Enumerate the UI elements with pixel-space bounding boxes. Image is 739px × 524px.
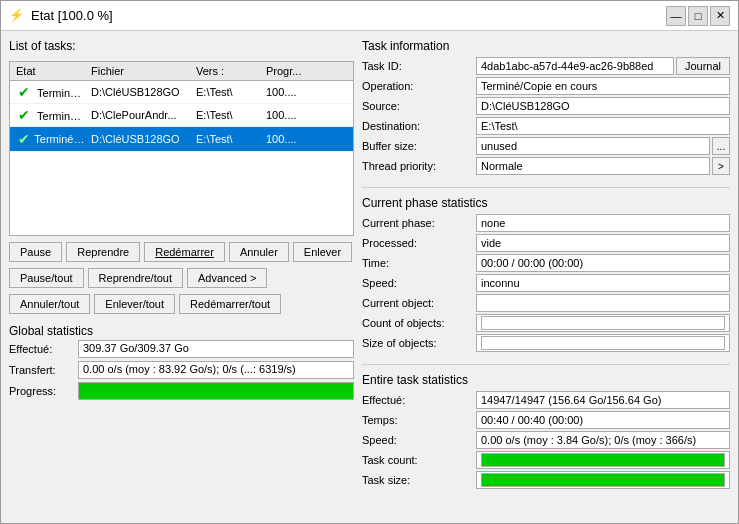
task-list: Etat Fichier Vers : Progr... ✔ Terminé/C… <box>9 61 354 236</box>
row2-file: D:\ClePourAndr... <box>89 108 194 122</box>
current-phase-value: none <box>476 214 730 232</box>
thread-more-button[interactable]: > <box>712 157 730 175</box>
main-content: List of tasks: Etat Fichier Vers : Progr… <box>1 31 738 523</box>
count-objects-label: Count of objects: <box>362 317 472 329</box>
entire-task-title: Entire task statistics <box>362 373 730 387</box>
current-phase-title: Current phase statistics <box>362 196 730 210</box>
size-objects-progress <box>481 336 725 350</box>
col-header-vers: Vers : <box>194 64 264 78</box>
speed-value: inconnu <box>476 274 730 292</box>
row1-dest: E:\Test\ <box>194 85 264 99</box>
main-window: ⚡ Etat [100.0 %] — □ ✕ List of tasks: Et… <box>0 0 739 524</box>
time-value: 00:00 / 00:00 (00:00) <box>476 254 730 272</box>
tasks-section-label: List of tasks: <box>9 39 354 53</box>
current-phase-table: Current phase: none Processed: vide Time… <box>362 214 730 352</box>
buffer-row: Buffer size: unused ... <box>362 137 730 155</box>
redemarrer-tout-button[interactable]: Redémarrer/tout <box>179 294 281 314</box>
size-objects-label: Size of objects: <box>362 337 472 349</box>
thread-value-group: Normale > <box>476 157 730 175</box>
speed-row: Speed: inconnu <box>362 274 730 292</box>
task-count-label: Task count: <box>362 454 472 466</box>
col-header-fichier: Fichier <box>89 64 194 78</box>
entire-speed-label: Speed: <box>362 434 472 446</box>
count-objects-progress <box>481 316 725 330</box>
thread-row: Thread priority: Normale > <box>362 157 730 175</box>
action-buttons-row1: Pause Reprendre Redémarrer Annuler Enlev… <box>9 242 354 262</box>
pause-tout-button[interactable]: Pause/tout <box>9 268 84 288</box>
minimize-button[interactable]: — <box>666 6 686 26</box>
time-label: Time: <box>362 257 472 269</box>
bulk-buttons-row1: Pause/tout Reprendre/tout Advanced > <box>9 268 354 288</box>
source-row: Source: D:\CléUSB128GO <box>362 97 730 115</box>
processed-label: Processed: <box>362 237 472 249</box>
advanced-button[interactable]: Advanced > <box>187 268 267 288</box>
task-info-section: Task information Task ID: 4dab1abc-a57d-… <box>362 39 730 175</box>
annuler-button[interactable]: Annuler <box>229 242 289 262</box>
entire-effectue-label: Effectué: <box>362 394 472 406</box>
current-object-value <box>476 294 730 312</box>
buffer-more-button[interactable]: ... <box>712 137 730 155</box>
speed-label: Speed: <box>362 277 472 289</box>
redemarrer-button[interactable]: Redémarrer <box>144 242 225 262</box>
task-info-title: Task information <box>362 39 730 53</box>
processed-value: vide <box>476 234 730 252</box>
annuler-tout-button[interactable]: Annuler/tout <box>9 294 90 314</box>
left-panel: List of tasks: Etat Fichier Vers : Progr… <box>9 39 354 515</box>
current-object-label: Current object: <box>362 297 472 309</box>
global-progress-bar <box>78 382 354 400</box>
enlever-button[interactable]: Enlever <box>293 242 352 262</box>
task-info-table: Task ID: 4dab1abc-a57d-44e9-ac26-9b88ed … <box>362 57 730 175</box>
check-icon: ✔ <box>16 130 30 148</box>
row3-file: D:\CléUSB128GO <box>89 132 194 146</box>
entire-speed-value: 0.00 o/s (moy : 3.84 Go/s); 0/s (moy : 3… <box>476 431 730 449</box>
transfert-value: 0.00 o/s (moy : 83.92 Go/s); 0/s (...: 6… <box>78 361 354 379</box>
task-size-bar <box>476 471 730 489</box>
row3-progress: 100.... <box>264 132 324 146</box>
title-bar-left: ⚡ Etat [100.0 %] <box>9 8 113 24</box>
task-size-progress <box>481 473 725 487</box>
global-progress-fill <box>79 383 353 399</box>
source-label: Source: <box>362 100 472 112</box>
destination-row: Destination: E:\Test\ <box>362 117 730 135</box>
current-phase-row: Current phase: none <box>362 214 730 232</box>
row3-dest: E:\Test\ <box>194 132 264 146</box>
check-icon: ✔ <box>16 106 32 124</box>
operation-value: Terminé/Copie en cours <box>476 77 730 95</box>
title-buttons: — □ ✕ <box>666 6 730 26</box>
thread-label: Thread priority: <box>362 160 472 172</box>
pause-button[interactable]: Pause <box>9 242 62 262</box>
global-stats-label: Global statistics <box>9 324 354 338</box>
entire-effectue-row: Effectué: 14947/14947 (156.64 Go/156.64 … <box>362 391 730 409</box>
row2-progress: 100.... <box>264 108 324 122</box>
row2-status: ✔ Terminé/C... <box>14 106 89 124</box>
row1-status: ✔ Terminé/C... <box>14 83 89 101</box>
size-objects-value <box>476 334 730 352</box>
table-row[interactable]: ✔ Terminé/C... D:\CléUSB128GO E:\Test\ 1… <box>10 127 353 152</box>
task-list-header: Etat Fichier Vers : Progr... <box>10 62 353 81</box>
entire-speed-row: Speed: 0.00 o/s (moy : 3.84 Go/s); 0/s (… <box>362 431 730 449</box>
enlever-tout-button[interactable]: Enlever/tout <box>94 294 175 314</box>
col-header-etat: Etat <box>14 64 89 78</box>
reprendre-tout-button[interactable]: Reprendre/tout <box>88 268 183 288</box>
title-bar: ⚡ Etat [100.0 %] — □ ✕ <box>1 1 738 31</box>
count-objects-value <box>476 314 730 332</box>
task-id-value: 4dab1abc-a57d-44e9-ac26-9b88ed <box>476 57 674 75</box>
col-header-progress: Progr... <box>264 64 324 78</box>
reprendre-button[interactable]: Reprendre <box>66 242 140 262</box>
source-value: D:\CléUSB128GO <box>476 97 730 115</box>
task-id-value-group: 4dab1abc-a57d-44e9-ac26-9b88ed Journal <box>476 57 730 75</box>
table-row[interactable]: ✔ Terminé/C... D:\ClePourAndr... E:\Test… <box>10 104 353 127</box>
operation-label: Operation: <box>362 80 472 92</box>
processed-row: Processed: vide <box>362 234 730 252</box>
global-stats: Global statistics Effectué: 309.37 Go/30… <box>9 320 354 407</box>
journal-button[interactable]: Journal <box>676 57 730 75</box>
task-id-row: Task ID: 4dab1abc-a57d-44e9-ac26-9b88ed … <box>362 57 730 75</box>
destination-label: Destination: <box>362 120 472 132</box>
entire-task-section: Entire task statistics Effectué: 14947/1… <box>362 373 730 489</box>
close-button[interactable]: ✕ <box>710 6 730 26</box>
time-row: Time: 00:00 / 00:00 (00:00) <box>362 254 730 272</box>
bulk-buttons-row2: Annuler/tout Enlever/tout Redémarrer/tou… <box>9 294 354 314</box>
table-row[interactable]: ✔ Terminé/C... D:\CléUSB128GO E:\Test\ 1… <box>10 81 353 104</box>
maximize-button[interactable]: □ <box>688 6 708 26</box>
task-count-fill <box>482 454 724 466</box>
